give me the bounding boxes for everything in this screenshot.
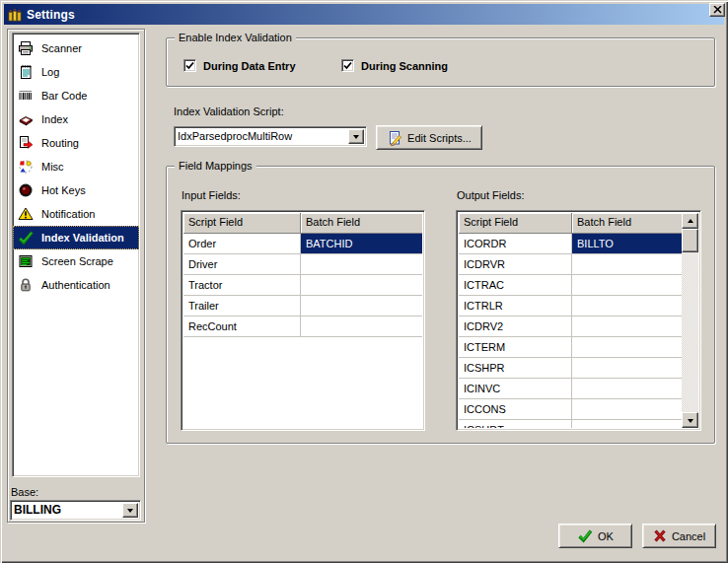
table-row[interactable]: Tractor [183,275,422,296]
script-combobox[interactable]: IdxParsedprocMultiRow [174,126,367,147]
table-row[interactable]: Trailer [183,296,422,317]
index-validation-script-label: Index Validation Script: [174,106,284,117]
batch-field-cell[interactable] [572,420,682,428]
ok-label: OK [598,530,614,542]
table-row[interactable]: ICTERM [459,337,682,358]
scrollbar-thumb[interactable] [682,229,698,252]
batch-field-cell[interactable] [572,379,682,399]
batch-field-cell[interactable] [572,337,682,358]
batch-field-cell[interactable] [572,254,682,275]
sidebar-item-label: Scanner [41,42,82,54]
column-header: Script Field [183,213,301,234]
field-mappings-group: Field Mappings Input Fields: Script Fiel… [166,166,715,444]
window-title: Settings [27,8,75,22]
table-row[interactable]: ICINVC [459,379,682,399]
input-fields-table[interactable]: Script Field Batch Field Order BATCHID D… [181,210,425,431]
batch-field-cell[interactable] [301,254,422,275]
table-row[interactable]: ICDRVR [459,254,682,275]
checkbox-label: During Scanning [361,60,448,72]
cancel-button[interactable]: Cancel [642,524,716,548]
batch-field-cell[interactable] [572,358,682,379]
script-field-cell[interactable]: Order [183,234,301,254]
ok-button[interactable]: OK [558,524,632,548]
table-row[interactable]: ICTRAC [459,275,682,296]
script-field-cell[interactable]: RecCount [183,317,301,337]
column-header: Batch Field [572,213,682,234]
chevron-down-icon[interactable] [348,129,364,144]
column-header: Script Field [459,213,572,234]
input-table-header: Script Field Batch Field [183,213,422,234]
batch-field-cell[interactable] [301,275,422,296]
edit-scripts-button[interactable]: Edit Scripts... [376,125,482,150]
title-bar: Settings [4,4,724,25]
output-table-header: Script Field Batch Field [459,213,682,234]
sidebar-item-notification[interactable]: Notification [13,202,139,226]
output-fields-label: Output Fields: [457,189,524,201]
sidebar-item-label: Routing [41,137,79,149]
sidebar-item-misc[interactable]: Misc [13,155,139,178]
column-header: Batch Field [301,213,422,234]
sidebar-item-index[interactable]: Index [13,107,139,131]
left-pane: Scanner [7,29,145,523]
script-field-cell[interactable]: ICTRLR [459,296,572,317]
close-icon[interactable] [709,3,725,17]
script-field-cell[interactable]: ICORDR [459,234,572,254]
table-row[interactable]: ICSHPR [459,358,682,379]
sidebar-item-hot-keys[interactable]: Hot Keys [13,178,139,202]
script-field-cell[interactable]: ICTRAC [459,275,572,296]
sidebar-item-scanner[interactable]: Scanner [13,36,139,60]
scroll-up-icon[interactable] [682,213,698,229]
ok-check-icon [577,528,593,543]
batch-field-cell[interactable] [572,399,682,420]
table-row[interactable]: ICSHDT [459,420,682,428]
scroll-down-icon[interactable] [682,412,698,428]
settings-category-list[interactable]: Scanner [12,33,140,477]
script-field-cell[interactable]: ICDRV2 [459,317,572,337]
batch-field-cell[interactable]: BATCHID [301,234,422,254]
script-field-cell[interactable]: ICINVC [459,379,572,399]
script-field-cell[interactable]: ICCONS [459,399,572,420]
script-combobox-value: IdxParsedprocMultiRow [178,129,346,144]
during-data-entry-checkbox[interactable] [183,59,196,72]
script-field-cell[interactable]: ICTERM [459,337,572,358]
sidebar-item-authentication[interactable]: Authentication [13,273,139,297]
batch-field-cell[interactable] [572,317,682,337]
sidebar-item-routing[interactable]: Routing [13,131,139,155]
script-field-cell[interactable]: ICDRVR [459,254,572,275]
during-scanning-checkbox[interactable] [341,59,354,72]
sidebar-item-index-validation[interactable]: Index Validation [13,226,139,249]
script-field-cell[interactable]: Driver [183,254,301,275]
group-title: Field Mappings [175,160,256,172]
screen-icon [18,253,34,269]
table-row[interactable]: Driver [183,254,422,275]
output-table-body: ICORDR BILLTO ICDRVR ICTRAC [459,234,682,428]
table-row[interactable]: RecCount [183,317,422,337]
sidebar-item-label: Misc [41,161,64,173]
app-icon [7,7,23,23]
sidebar-item-label: Index Validation [41,232,124,244]
table-row[interactable]: ICCONS [459,399,682,420]
sidebar-item-log[interactable]: Log [13,60,139,84]
script-field-cell[interactable]: Trailer [183,296,301,317]
table-row[interactable]: ICTRLR [459,296,682,317]
cancel-x-icon [653,529,667,542]
script-field-cell[interactable]: ICSHDT [459,420,572,428]
sidebar-item-label: Log [41,66,59,78]
batch-field-cell[interactable] [572,275,682,296]
batch-field-cell[interactable]: BILLTO [572,234,682,254]
vertical-scrollbar[interactable] [682,213,698,428]
chevron-down-icon[interactable] [122,503,138,518]
base-combobox[interactable]: BILLING [10,500,141,521]
batch-field-cell[interactable] [572,296,682,317]
batch-field-cell[interactable] [301,296,422,317]
script-field-cell[interactable]: ICSHPR [459,358,572,379]
table-row[interactable]: ICDRV2 [459,317,682,337]
table-row[interactable]: Order BATCHID [183,234,422,254]
batch-field-cell[interactable] [301,317,422,337]
sidebar-item-bar-code[interactable]: Bar Code [13,84,139,107]
script-field-cell[interactable]: Tractor [183,275,301,296]
sidebar-item-screen-scrape[interactable]: Screen Scrape [13,249,139,273]
table-row[interactable]: ICORDR BILLTO [459,234,682,254]
sidebar-item-label: Hot Keys [41,184,86,196]
output-fields-table[interactable]: Script Field Batch Field ICORDR BILLTO [456,210,701,431]
